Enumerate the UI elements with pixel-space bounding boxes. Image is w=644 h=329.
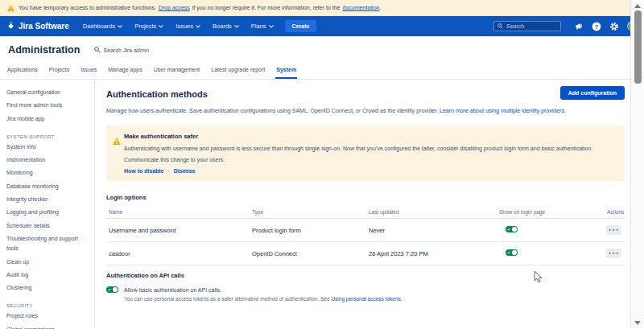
- learn-more-link[interactable]: Learn more about using multiple identity…: [440, 108, 566, 113]
- search-icon: [497, 23, 503, 29]
- app-navbar: Jira Software Dashboards Projects Issues…: [0, 16, 644, 36]
- chevron-down-icon: [118, 25, 122, 28]
- row-actions-button[interactable]: •••: [606, 225, 621, 235]
- tab-latest-upgrade-report[interactable]: Latest upgrade report: [210, 63, 266, 79]
- sidebar-item-audit-log[interactable]: Audit log: [0, 269, 94, 282]
- sidebar-item-logging-and-profiling[interactable]: Logging and profiling: [0, 206, 94, 219]
- navbar-menus: Dashboards Projects Issues Boards Plans: [83, 23, 274, 30]
- sidebar-item-system-info[interactable]: System info: [0, 141, 94, 154]
- temporary-access-banner: You have temporary access to administrat…: [0, 0, 644, 16]
- check-icon: [507, 251, 510, 254]
- make-auth-safer-message: Make authentication safer Authenticating…: [106, 125, 625, 181]
- check-icon: [507, 228, 510, 231]
- banner-text-end: .: [379, 5, 381, 10]
- column-header-actions: Actions: [605, 209, 625, 215]
- api-toggle-label: Allow basic authentication on API calls.: [124, 287, 221, 293]
- documentation-link[interactable]: documentation: [343, 5, 380, 10]
- warning-icon: [113, 133, 124, 174]
- scrollbar-thumb[interactable]: [634, 10, 642, 84]
- sidebar-section-security: SECURITY: [0, 302, 94, 310]
- search-icon: [94, 47, 101, 53]
- jira-logo-icon: [6, 22, 15, 31]
- api-auth-title: Authentication on API calls: [106, 272, 625, 279]
- menu-dashboards[interactable]: Dashboards: [83, 23, 122, 30]
- row-name: casdoor: [106, 250, 250, 257]
- sidebar-item-jira-mobile-app[interactable]: Jira mobile app: [0, 113, 94, 125]
- vertical-scrollbar[interactable]: [630, 0, 644, 329]
- row-type: OpenID Connect: [250, 250, 366, 257]
- menu-projects[interactable]: Projects: [134, 23, 163, 30]
- sidebar-item-find-more-admin-tools[interactable]: Find more admin tools: [0, 99, 94, 112]
- sidebar-item-troubleshooting[interactable]: Troubleshooting and support tools: [0, 232, 94, 256]
- sidebar-section-system-support: SYSTEM SUPPORT: [0, 133, 94, 141]
- personal-access-tokens-link[interactable]: Using personal access tokens.: [331, 296, 402, 302]
- column-header-name: Name: [106, 209, 250, 215]
- jira-logo-text: Jira Software: [19, 22, 69, 31]
- row-actions-button[interactable]: •••: [606, 249, 621, 258]
- chevron-down-icon: [196, 25, 200, 28]
- api-subtext: You can use personal access tokens as a …: [124, 296, 330, 302]
- sidebar-item-scheduler-details[interactable]: Scheduler details: [0, 220, 94, 232]
- tab-manage-apps[interactable]: Manage apps: [107, 63, 142, 79]
- api-auth-subtext: You can use personal access tokens as a …: [124, 296, 625, 302]
- admin-search-input[interactable]: Search Jira admin: [94, 47, 149, 53]
- show-on-login-toggle[interactable]: [506, 249, 518, 256]
- login-options-table: Name Type Last updated Show on login pag…: [106, 205, 625, 265]
- dismiss-link[interactable]: Dismiss: [174, 168, 196, 174]
- sidebar-item-integrity-checker[interactable]: Integrity checker: [0, 193, 94, 206]
- link-separator: ·: [167, 168, 169, 174]
- create-button[interactable]: Create: [285, 20, 317, 32]
- tab-applications[interactable]: Applications: [6, 63, 39, 79]
- jira-logo[interactable]: Jira Software: [6, 22, 69, 31]
- help-icon[interactable]: ?: [592, 22, 601, 31]
- page-title: Administration: [8, 44, 80, 56]
- warning-body-2: Communicate this change to your users.: [124, 156, 592, 163]
- tab-system[interactable]: System: [275, 63, 297, 79]
- sidebar-item-clean-up[interactable]: Clean up: [0, 256, 94, 269]
- menu-plans[interactable]: Plans: [251, 23, 274, 30]
- menu-label: Projects: [134, 23, 156, 30]
- menu-issues[interactable]: Issues: [175, 23, 200, 30]
- section-title: Authentication methods: [106, 89, 208, 99]
- show-on-login-toggle[interactable]: [506, 226, 518, 232]
- add-configuration-button[interactable]: Add configuration: [560, 86, 625, 100]
- toggle-knob: [512, 250, 517, 255]
- banner-text: You have temporary access to administrat…: [19, 5, 156, 10]
- description-text: Manage how users authenticate. Save auth…: [106, 108, 438, 113]
- row-type: Product login form: [250, 227, 366, 234]
- announcements-icon[interactable]: [574, 22, 584, 31]
- menu-boards[interactable]: Boards: [213, 23, 239, 30]
- tab-projects[interactable]: Projects: [48, 63, 70, 79]
- tab-user-management[interactable]: User management: [153, 63, 201, 79]
- menu-label: Boards: [213, 23, 232, 30]
- search-input[interactable]: Search: [493, 21, 561, 31]
- toggle-knob: [113, 287, 118, 292]
- table-row: casdoor OpenID Connect 26 April 2023 7:2…: [106, 242, 625, 265]
- drop-access-link[interactable]: Drop access: [159, 5, 190, 10]
- how-to-disable-link[interactable]: How to disable: [124, 168, 163, 174]
- sidebar-item-general-configuration[interactable]: General configuration: [0, 86, 94, 99]
- admin-search-label: Search Jira admin: [104, 47, 149, 53]
- warning-title: Make authentication safer: [124, 133, 592, 140]
- sidebar-item-project-roles[interactable]: Project roles: [0, 310, 94, 323]
- column-header-last-updated: Last updated: [366, 209, 497, 215]
- check-icon: [108, 288, 111, 291]
- scroll-down-icon[interactable]: [634, 321, 641, 325]
- chevron-down-icon: [269, 25, 274, 28]
- menu-label: Dashboards: [83, 23, 115, 30]
- tab-issues[interactable]: Issues: [80, 63, 97, 79]
- menu-label: Issues: [175, 23, 193, 30]
- admin-header: Administration Search Jira admin Applica…: [0, 36, 644, 80]
- sidebar-item-instrumentation[interactable]: Instrumentation: [0, 154, 94, 167]
- gear-icon[interactable]: [609, 22, 619, 31]
- sidebar-item-monitoring[interactable]: Monitoring: [0, 167, 94, 179]
- sidebar-item-database-monitoring[interactable]: Database monitoring: [0, 180, 94, 193]
- column-header-type: Type: [250, 209, 366, 215]
- sidebar-item-global-permissions[interactable]: Global permissions: [0, 323, 94, 329]
- scroll-up-icon[interactable]: [634, 4, 641, 8]
- svg-text:?: ?: [595, 23, 599, 30]
- basic-auth-api-toggle[interactable]: [106, 286, 118, 293]
- sidebar-item-clustering[interactable]: Clustering: [0, 282, 94, 294]
- column-header-show-on-login-page: Show on login page: [497, 209, 605, 215]
- menu-label: Plans: [251, 23, 266, 30]
